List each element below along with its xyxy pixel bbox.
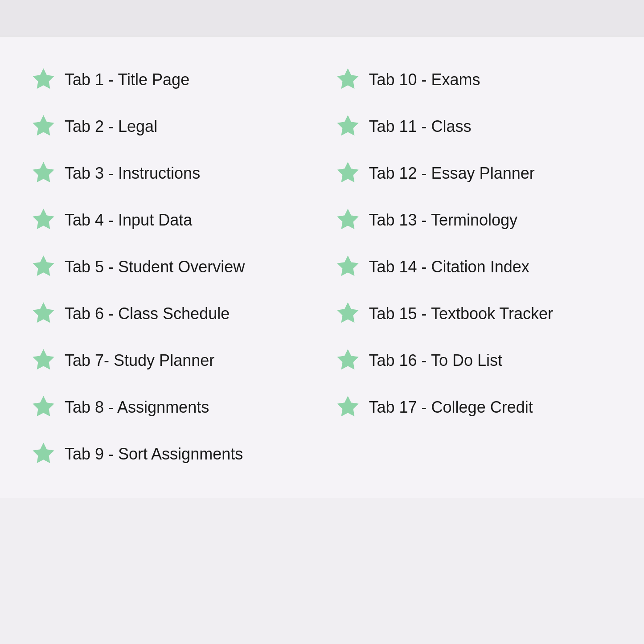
- svg-marker-11: [337, 163, 358, 182]
- list-item: Tab 12 - Essay Planner: [331, 152, 618, 195]
- star-icon: [336, 67, 360, 93]
- svg-marker-9: [337, 69, 358, 89]
- tab-label: Tab 16 - To Do List: [369, 350, 503, 371]
- svg-marker-10: [337, 116, 358, 135]
- star-icon: [336, 160, 360, 187]
- list-item: Tab 17 - College Credit: [331, 386, 618, 429]
- star-icon: [31, 160, 56, 187]
- tab-label: Tab 9 - Sort Assignments: [65, 444, 243, 465]
- star-icon: [336, 301, 360, 327]
- list-item: Tab 7- Study Planner: [27, 340, 313, 382]
- svg-marker-1: [33, 116, 54, 135]
- star-icon: [31, 114, 56, 140]
- svg-marker-4: [33, 256, 54, 276]
- star-icon: [31, 394, 56, 421]
- tab-label: Tab 1 - Title Page: [65, 70, 189, 90]
- svg-marker-6: [33, 350, 54, 369]
- star-icon: [31, 301, 56, 327]
- star-icon: [336, 348, 360, 374]
- tab-label: Tab 11 - Class: [369, 116, 472, 137]
- tab-label: Tab 6 - Class Schedule: [65, 304, 230, 324]
- star-icon: [31, 441, 56, 468]
- right-column: Tab 10 - ExamsTab 11 - ClassTab 12 - Ess…: [331, 59, 618, 476]
- svg-marker-12: [337, 209, 358, 229]
- star-icon: [31, 254, 56, 280]
- list-item: Tab 6 - Class Schedule: [27, 293, 313, 335]
- star-icon: [336, 394, 360, 421]
- svg-marker-8: [33, 443, 54, 463]
- header: [0, 0, 644, 37]
- tab-label: Tab 14 - Citation Index: [369, 257, 529, 278]
- list-item: Tab 8 - Assignments: [27, 386, 313, 429]
- star-icon: [336, 207, 360, 234]
- list-item: Tab 16 - To Do List: [331, 340, 618, 382]
- tab-label: Tab 2 - Legal: [65, 116, 157, 137]
- svg-marker-13: [337, 256, 358, 276]
- list-item: Tab 15 - Textbook Tracker: [331, 293, 618, 335]
- tab-label: Tab 10 - Exams: [369, 70, 480, 90]
- list-item: Tab 1 - Title Page: [27, 59, 313, 101]
- star-icon: [336, 114, 360, 140]
- list-item: Tab 11 - Class: [331, 106, 618, 148]
- svg-marker-7: [33, 397, 54, 416]
- list-item: Tab 5 - Student Overview: [27, 246, 313, 288]
- star-icon: [31, 207, 56, 234]
- tab-label: Tab 7- Study Planner: [65, 350, 214, 371]
- tab-label: Tab 15 - Textbook Tracker: [369, 304, 554, 324]
- list-item: Tab 3 - Instructions: [27, 152, 313, 195]
- list-item: Tab 4 - Input Data: [27, 199, 313, 242]
- list-item: Tab 10 - Exams: [331, 59, 618, 101]
- list-item: Tab 14 - Citation Index: [331, 246, 618, 288]
- svg-marker-3: [33, 209, 54, 229]
- tab-label: Tab 12 - Essay Planner: [369, 163, 535, 184]
- svg-marker-5: [33, 303, 54, 323]
- list-item: Tab 9 - Sort Assignments: [27, 433, 313, 476]
- tab-label: Tab 5 - Student Overview: [65, 257, 245, 278]
- svg-marker-2: [33, 163, 54, 182]
- content-area: Tab 1 - Title PageTab 2 - LegalTab 3 - I…: [0, 37, 644, 498]
- tab-label: Tab 8 - Assignments: [65, 397, 209, 418]
- svg-marker-15: [337, 350, 358, 369]
- tab-label: Tab 17 - College Credit: [369, 397, 533, 418]
- tab-label: Tab 3 - Instructions: [65, 163, 200, 184]
- star-icon: [31, 348, 56, 374]
- star-icon: [336, 254, 360, 280]
- svg-marker-14: [337, 303, 358, 323]
- left-column: Tab 1 - Title PageTab 2 - LegalTab 3 - I…: [27, 59, 313, 476]
- svg-marker-16: [337, 397, 358, 416]
- tab-label: Tab 4 - Input Data: [65, 210, 192, 231]
- svg-marker-0: [33, 69, 54, 89]
- list-item: Tab 2 - Legal: [27, 106, 313, 148]
- list-item: Tab 13 - Terminology: [331, 199, 618, 242]
- star-icon: [31, 67, 56, 93]
- tab-label: Tab 13 - Terminology: [369, 210, 518, 231]
